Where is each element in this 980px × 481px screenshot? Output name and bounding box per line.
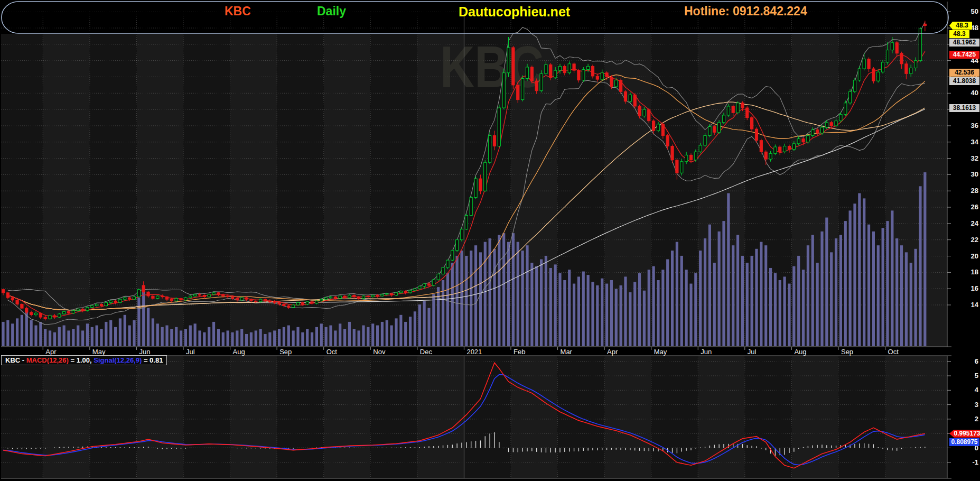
price-axis-label: 36 [956,122,978,130]
header-symbol: KBC [225,4,251,18]
price-axis-label: 20 [956,252,978,260]
macd-axis-label: 6 [956,357,978,365]
month-label: Jul [186,348,195,356]
month-label: Nov [373,348,385,356]
header-hotline: Hotline: 0912.842.224 [684,4,807,18]
macd-label-eq1: = 1.00, [69,356,94,364]
price-tag-41.8038: 41.8038 [949,77,979,85]
macd-axis-label: 5 [956,372,978,380]
price-axis-label: 22 [956,236,978,244]
month-label: May [654,348,667,356]
price-axis-label: 14 [956,301,978,309]
month-label: Mar [561,348,572,356]
price-tag-44.7425: 44.7425 [949,51,979,59]
month-label: Sep [841,348,853,356]
price-tag-48.3: 48.3 [949,30,969,38]
month-label: Sep [279,348,292,356]
macd-chart-surface[interactable] [1,356,947,478]
price-axis-label: 50 [956,7,978,15]
macd-axis-label: 4 [956,386,978,394]
month-label: Jul [748,348,757,356]
price-axis-label: 24 [956,219,978,227]
macd-tag-0.995173: 0.995173 [949,430,980,438]
price-tag-42.536: 42.536 [949,69,979,77]
month-label: Oct [888,348,899,356]
month-label: Jun [701,348,712,356]
trading-chart-app: KBC KBC Daily Dautucophieu.net Hotline: … [0,0,980,481]
price-axis-label: 16 [956,284,978,292]
chart-canvas: KBC [0,0,980,481]
month-label: Aug [794,348,806,356]
header-timeframe: Daily [317,4,346,18]
price-axis-label: 30 [956,170,978,178]
month-label: Apr [45,348,56,356]
month-label: 2021 [466,348,482,356]
price-axis-label: 26 [956,203,978,211]
price-tag-48.1962: 48.1962 [949,39,979,47]
macd-axis-label: 3 [956,401,978,409]
price-axis-label: 28 [956,187,978,195]
month-label: Feb [514,348,525,356]
price-axis-label: 18 [956,268,978,276]
macd-label-signal: Signal(12,26,9) [94,356,142,364]
macd-tag-0.808975: 0.808975 [949,438,979,446]
month-label: Aug [233,348,245,356]
macd-axis-label: -1 [956,458,978,466]
month-label: Apr [607,348,618,356]
macd-label-prefix: KBC - [5,356,26,364]
month-label: Jun [139,348,150,356]
header-site-link[interactable]: Dautucophieu.net [459,4,570,20]
price-axis-label: 34 [956,138,978,146]
month-label: Dec [420,348,432,356]
price-axis-label: 32 [956,154,978,162]
month-label: May [92,348,106,356]
main-chart-surface[interactable] [1,34,947,347]
month-label: Oct [326,348,337,356]
price-tag-38.1613: 38.1613 [949,104,979,112]
macd-label-eq2: = 0.81 [142,356,163,364]
price-tag-48.3: 48.3 [949,22,972,30]
macd-axis-label: 2 [956,415,978,423]
macd-label-macd: MACD(12,26) [26,356,69,364]
price-axis-label: 40 [956,89,978,97]
macd-indicator-label: KBC - MACD(12,26) = 1.00, Signal(12,26,9… [1,355,167,365]
